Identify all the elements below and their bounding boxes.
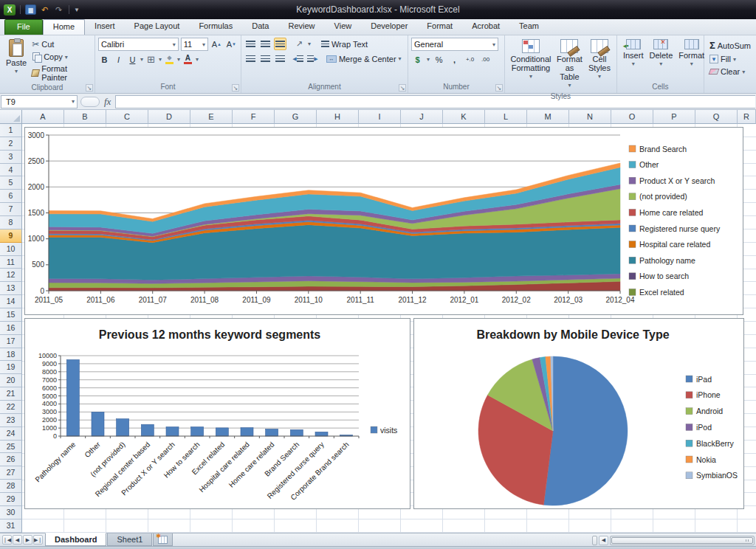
row-header-18[interactable]: 18	[0, 348, 22, 362]
row-header-17[interactable]: 17	[0, 335, 22, 348]
fill-color-button[interactable]: ⬥	[163, 53, 176, 66]
format-painter-button[interactable]: Format Painter	[30, 63, 92, 83]
borders-button[interactable]: ⊞	[145, 53, 157, 66]
select-all-corner[interactable]	[0, 110, 22, 124]
ribbon-tab-insert[interactable]: Insert	[85, 19, 125, 35]
ribbon-tab-home[interactable]: Home	[43, 19, 85, 35]
row-header-6[interactable]: 6	[0, 190, 22, 203]
row-header-10[interactable]: 10	[0, 243, 22, 256]
column-header-M[interactable]: M	[527, 110, 569, 124]
number-format-combo[interactable]: General▾	[411, 38, 498, 51]
percent-style-button[interactable]: %	[433, 53, 445, 66]
decrease-indent-button[interactable]: ◀	[292, 52, 304, 65]
column-header-C[interactable]: C	[106, 110, 148, 124]
chevron-down-icon[interactable]: ▾	[72, 98, 77, 105]
column-header-I[interactable]: I	[359, 110, 401, 124]
column-header-Q[interactable]: Q	[695, 110, 738, 124]
accounting-format-button[interactable]: $	[411, 53, 424, 66]
column-header-B[interactable]: B	[64, 110, 106, 124]
align-top-button[interactable]	[244, 38, 257, 50]
grow-font-button[interactable]: A▲	[210, 38, 223, 51]
scrollbar-thumb[interactable]	[611, 537, 753, 544]
redo-icon[interactable]: ↷	[53, 4, 64, 15]
column-header-R[interactable]: R	[738, 110, 756, 124]
ribbon-tab-file[interactable]: File	[4, 19, 43, 35]
row-header-23[interactable]: 23	[0, 414, 22, 427]
ribbon-tab-formulas[interactable]: Formulas	[189, 19, 242, 35]
underline-button[interactable]: U	[126, 53, 139, 66]
row-header-27[interactable]: 27	[0, 466, 22, 480]
align-center-button[interactable]	[259, 52, 272, 65]
sheet-tab-dashboard[interactable]: Dashboard	[45, 533, 106, 546]
column-header-H[interactable]: H	[317, 110, 359, 124]
row-header-20[interactable]: 20	[0, 374, 22, 387]
column-header-N[interactable]: N	[569, 110, 611, 124]
ribbon-tab-page-layout[interactable]: Page Layout	[125, 19, 190, 35]
excel-logo-icon[interactable]: X	[4, 4, 16, 15]
ribbon-tab-team[interactable]: Team	[509, 19, 549, 35]
column-header-K[interactable]: K	[443, 110, 485, 124]
cell-styles-button[interactable]: Cell Styles▾	[585, 38, 614, 92]
name-box[interactable]: T9 ▾	[1, 95, 78, 108]
align-middle-button[interactable]	[259, 38, 272, 50]
row-header-1[interactable]: 1	[0, 124, 22, 137]
increase-indent-button[interactable]: ▶	[306, 52, 319, 65]
chevron-down-icon[interactable]: ▾	[196, 56, 199, 63]
font-dialog-launcher[interactable]: ↘	[232, 84, 239, 92]
increase-decimal-button[interactable]: +.0	[464, 53, 476, 66]
delete-cells-button[interactable]: ✕ Delete▾	[646, 38, 676, 82]
column-header-P[interactable]: P	[653, 110, 695, 124]
first-sheet-icon[interactable]: ❘◀	[2, 535, 12, 545]
paste-button[interactable]: Paste ▾	[3, 38, 30, 83]
column-header-F[interactable]: F	[233, 110, 275, 124]
tab-split-handle[interactable]	[592, 536, 597, 545]
wrap-text-button[interactable]: Wrap Text	[319, 39, 370, 49]
row-header-30[interactable]: 30	[0, 506, 22, 519]
row-header-16[interactable]: 16	[0, 322, 22, 335]
row-header-19[interactable]: 19	[0, 361, 22, 374]
orientation-button[interactable]: ↗	[293, 38, 306, 50]
next-sheet-icon[interactable]: ▶	[23, 535, 32, 545]
chevron-down-icon[interactable]: ▾	[308, 41, 311, 47]
font-name-combo[interactable]: Calibri▾	[98, 38, 179, 51]
align-bottom-button[interactable]	[274, 38, 286, 50]
format-cells-button[interactable]: Format▾	[676, 38, 707, 82]
format-as-table-button[interactable]: Format as Table▾	[554, 38, 585, 92]
row-header-31[interactable]: 31	[0, 519, 22, 533]
column-header-J[interactable]: J	[401, 110, 443, 124]
customize-qat-chevron-icon[interactable]: ▼	[74, 7, 80, 13]
mobile-device-pie-chart[interactable]: Breakdown by Mobile Device TypeiPadiPhon…	[413, 318, 744, 509]
row-header-22[interactable]: 22	[0, 401, 22, 414]
cut-button[interactable]: ✂Cut	[30, 38, 92, 50]
chevron-down-icon[interactable]: ▾	[140, 56, 143, 63]
ribbon-tab-data[interactable]: Data	[242, 19, 278, 35]
row-header-4[interactable]: 4	[0, 164, 22, 177]
row-header-11[interactable]: 11	[0, 256, 22, 269]
row-header-26[interactable]: 26	[0, 453, 22, 466]
row-header-29[interactable]: 29	[0, 493, 22, 506]
insert-cells-button[interactable]: ◂▪ Insert▾	[620, 38, 647, 82]
column-header-L[interactable]: L	[485, 110, 527, 124]
formula-input[interactable]	[115, 95, 755, 108]
row-header-5[interactable]: 5	[0, 176, 22, 190]
column-header-A[interactable]: A	[22, 110, 64, 124]
prev-sheet-icon[interactable]: ◀	[13, 535, 22, 545]
font-size-combo[interactable]: 11▾	[181, 38, 208, 51]
autosum-button[interactable]: ΣAutoSum	[707, 39, 753, 52]
ribbon-tab-developer[interactable]: Developer	[361, 19, 417, 35]
comma-style-button[interactable]: ,	[448, 53, 461, 66]
clear-button[interactable]: Clear▾	[707, 66, 753, 77]
italic-button[interactable]: I	[112, 53, 125, 66]
ribbon-tab-format[interactable]: Format	[417, 19, 462, 35]
row-header-21[interactable]: 21	[0, 387, 22, 401]
keyword-trend-area-chart[interactable]: 0500100015002000250030002011_052011_0620…	[24, 127, 743, 315]
copy-button[interactable]: Copy▾	[30, 52, 92, 62]
row-header-3[interactable]: 3	[0, 151, 22, 164]
chevron-down-icon[interactable]: ▾	[427, 56, 430, 63]
row-header-2[interactable]: 2	[0, 137, 22, 151]
row-header-9[interactable]: 9	[0, 229, 22, 243]
row-header-12[interactable]: 12	[0, 269, 22, 282]
row-header-7[interactable]: 7	[0, 203, 22, 216]
align-right-button[interactable]	[274, 52, 286, 65]
number-dialog-launcher[interactable]: ↘	[495, 84, 503, 92]
